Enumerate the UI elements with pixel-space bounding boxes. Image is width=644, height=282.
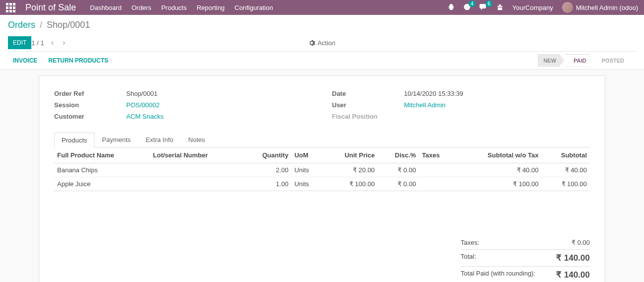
pager-text[interactable]: 1 / 1 [31,39,44,47]
th-qty[interactable]: Quantity [242,147,291,163]
activities-badge: 4 [469,0,476,7]
totals-block: Taxes: ₹ 0.00 Total: ₹ 140.00 Total Paid… [461,236,590,282]
label-customer: Customer [54,113,126,120]
table-row[interactable]: Banana Chips2.00Units₹ 20.00₹ 0.00₹ 40.0… [54,163,590,177]
th-sub[interactable]: Subtotal [542,147,590,163]
return-products-button[interactable]: RETURN PRODUCTS [48,57,108,64]
label-user: User [332,101,404,109]
tab-products[interactable]: Products [54,133,94,147]
th-name[interactable]: Full Product Name [54,147,150,163]
notebook-tabs: Products Payments Extra Info Notes [54,132,590,147]
tab-payments[interactable]: Payments [94,132,138,147]
value-customer[interactable]: ACM Snacks [126,113,163,120]
value-order-ref: Shop/0001 [126,90,158,97]
value-date: 10/14/2020 15:33:39 [404,90,463,97]
invoice-button[interactable]: INVOICE [13,57,37,64]
tab-extra-info[interactable]: Extra Info [138,132,181,147]
user-menu[interactable]: Mitchell Admin (odoo) [562,2,638,13]
main-menu: Dashboard Orders Products Reporting Conf… [90,4,273,11]
status-bar: NEW PAID POSTED [538,52,636,69]
status-posted[interactable]: POSTED [595,54,631,67]
label-fiscal-position: Fiscal Position [332,113,404,120]
status-new[interactable]: NEW [538,54,564,67]
menu-configuration[interactable]: Configuration [235,4,273,11]
label-session: Session [54,101,126,109]
messages-badge: 6 [485,0,492,7]
value-session[interactable]: POS/00002 [126,101,160,109]
gift-icon[interactable] [496,3,503,12]
action-dropdown[interactable]: Action [309,39,335,47]
breadcrumb-current: Shop/0001 [47,20,90,30]
totals-taxes-label: Taxes: [461,239,480,246]
menu-orders[interactable]: Orders [132,4,152,11]
menu-dashboard[interactable]: Dashboard [90,4,122,11]
breadcrumb: Orders / Shop/0001 [8,20,636,30]
edit-button[interactable]: EDIT [8,36,31,49]
totals-paid-label: Total Paid (with rounding): [461,270,535,280]
tab-notes[interactable]: Notes [181,132,213,147]
messages-icon[interactable]: 6 [480,3,487,12]
pager-next[interactable]: › [61,38,67,47]
table-row[interactable]: Apple Juice1.00Units₹ 100.00₹ 0.00₹ 100.… [54,177,590,191]
th-uom[interactable]: UoM [291,147,322,163]
pager-prev[interactable]: ‹ [49,38,56,47]
th-taxes[interactable]: Taxes [419,147,455,163]
status-paid[interactable]: PAID [564,54,594,67]
totals-total-val: ₹ 140.00 [556,253,590,263]
totals-total-label: Total: [461,253,476,263]
th-lot[interactable]: Lot/serial Number [150,147,242,163]
breadcrumb-orders[interactable]: Orders [8,20,35,30]
app-brand[interactable]: Point of Sale [25,2,76,13]
order-lines-table: Full Product Name Lot/serial Number Quan… [54,147,590,191]
user-avatar [562,2,573,13]
value-user[interactable]: Mitchell Admin [404,101,446,109]
totals-paid-val: ₹ 140.00 [556,270,590,280]
label-order-ref: Order Ref [54,90,126,97]
th-disc[interactable]: Disc.% [378,147,419,163]
company-switcher[interactable]: YourCompany [512,4,553,11]
totals-taxes-val: ₹ 0.00 [571,239,590,246]
menu-reporting[interactable]: Reporting [197,4,225,11]
th-sub-wo[interactable]: Subtotal w/o Tax [455,147,542,163]
th-price[interactable]: Unit Price [323,147,378,163]
user-name: Mitchell Admin (odoo) [576,4,638,11]
activities-icon[interactable]: 4 [464,3,471,12]
gear-icon [309,40,315,46]
menu-products[interactable]: Products [161,4,186,11]
form-sheet: Order Ref Shop/0001 Session POS/00002 Cu… [39,75,605,282]
label-date: Date [332,90,404,97]
apps-menu-icon[interactable] [6,3,15,12]
debug-icon[interactable] [448,3,455,12]
